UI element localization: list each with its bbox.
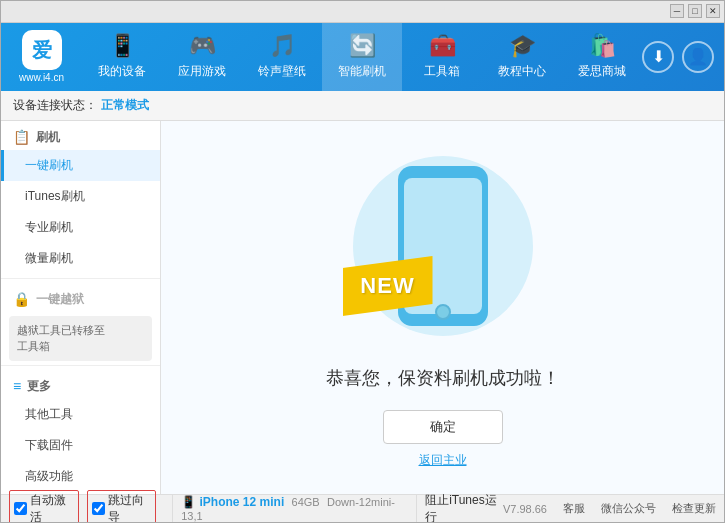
maximize-button[interactable]: □ — [688, 4, 702, 18]
stop-itunes-label: 阻止iTunes运行 — [425, 493, 497, 524]
confirm-button[interactable]: 确定 — [383, 410, 503, 444]
flash-section-icon: 📋 — [13, 129, 30, 145]
sidebar: 📋 刷机 一键刷机 iTunes刷机 专业刷机 微量刷机 🔒 一键越狱 — [1, 121, 161, 494]
confirm-button-label: 确定 — [430, 418, 456, 436]
sidebar-item-download-firmware[interactable]: 下载固件 — [1, 430, 160, 461]
auto-jump-label: 自动激活 — [30, 492, 74, 524]
device-name: iPhone 12 mini — [200, 495, 285, 509]
sidebar-item-pro-flash[interactable]: 专业刷机 — [1, 212, 160, 243]
footer-device-info: 📱 iPhone 12 mini 64GB Down-12mini-13,1 — [172, 495, 400, 523]
toolbox-icon: 🧰 — [429, 33, 456, 59]
divider-1 — [1, 278, 160, 279]
wechat-link[interactable]: 微信公众号 — [601, 501, 656, 516]
header: 爱 www.i4.cn 📱 我的设备 🎮 应用游戏 🎵 铃声壁纸 🔄 智能刷机 — [1, 23, 724, 91]
jailbreak-section-label: 一键越狱 — [36, 291, 84, 308]
nav-smart-flash-label: 智能刷机 — [338, 63, 386, 80]
pro-flash-label: 专业刷机 — [25, 220, 73, 234]
content-area: ✦ NEW ✦ 恭喜您，保资料刷机成功啦！ 确定 返回主业 — [161, 121, 724, 494]
customer-service-link[interactable]: 客服 — [563, 501, 585, 516]
nav-toolbox[interactable]: 🧰 工具箱 — [402, 23, 482, 91]
micro-flash-label: 微量刷机 — [25, 251, 73, 265]
sidebar-section-flash: 📋 刷机 — [1, 121, 160, 150]
jailbreak-section-icon: 🔒 — [13, 291, 30, 307]
download-button[interactable]: ⬇ — [642, 41, 674, 73]
auto-jump-checkbox[interactable]: 自动激活 — [9, 490, 79, 524]
logo[interactable]: 爱 www.i4.cn — [11, 30, 72, 83]
back-link[interactable]: 返回主业 — [419, 452, 467, 469]
sidebar-item-other-tools[interactable]: 其他工具 — [1, 399, 160, 430]
nav-shop-label: 爱思商城 — [578, 63, 626, 80]
apps-games-icon: 🎮 — [189, 33, 216, 59]
nav-shop[interactable]: 🛍️ 爱思商城 — [562, 23, 642, 91]
nav-ringtones-label: 铃声壁纸 — [258, 63, 306, 80]
header-right-buttons: ⬇ 👤 — [642, 41, 714, 73]
status-value: 正常模式 — [101, 97, 149, 114]
logo-icon: 爱 — [22, 30, 62, 70]
nav-my-device[interactable]: 📱 我的设备 — [82, 23, 162, 91]
skip-wizard-checkbox[interactable]: 跳过向导 — [87, 490, 157, 524]
phone-home-button — [435, 304, 451, 320]
skip-wizard-input[interactable] — [92, 502, 105, 515]
jailbreak-notice: 越狱工具已转移至工具箱 — [9, 316, 152, 361]
advanced-label: 高级功能 — [25, 469, 73, 483]
app-window: ─ □ ✕ 爱 www.i4.cn 📱 我的设备 🎮 应用游戏 🎵 铃声壁纸 — [0, 0, 725, 523]
account-button[interactable]: 👤 — [682, 41, 714, 73]
more-section-icon: ≡ — [13, 378, 21, 394]
auto-jump-input[interactable] — [14, 502, 27, 515]
more-section-label: 更多 — [27, 378, 51, 395]
nav-apps-games-label: 应用游戏 — [178, 63, 226, 80]
new-badge: ✦ NEW ✦ — [343, 256, 433, 316]
status-bar: 设备连接状态： 正常模式 — [1, 91, 724, 121]
nav-ringtones[interactable]: 🎵 铃声壁纸 — [242, 23, 322, 91]
sidebar-item-one-click-flash[interactable]: 一键刷机 — [1, 150, 160, 181]
my-device-icon: 📱 — [109, 33, 136, 59]
nav-my-device-label: 我的设备 — [98, 63, 146, 80]
smart-flash-icon: 🔄 — [349, 33, 376, 59]
window-controls: ─ □ ✕ — [670, 4, 720, 18]
hero-container: ✦ NEW ✦ 恭喜您，保资料刷机成功啦！ 确定 返回主业 — [326, 146, 560, 469]
other-tools-label: 其他工具 — [25, 407, 73, 421]
download-firmware-label: 下载固件 — [25, 438, 73, 452]
new-badge-text: NEW — [360, 273, 414, 299]
sidebar-section-jailbreak: 🔒 一键越狱 — [1, 283, 160, 312]
footer: 自动激活 跳过向导 📱 iPhone 12 mini 64GB Down-12m… — [1, 494, 724, 522]
phone-illustration: ✦ NEW ✦ — [343, 146, 543, 346]
nav-bar: 📱 我的设备 🎮 应用游戏 🎵 铃声壁纸 🔄 智能刷机 🧰 工具箱 🎓 — [82, 23, 642, 91]
main-layout: 📋 刷机 一键刷机 iTunes刷机 专业刷机 微量刷机 🔒 一键越狱 — [1, 121, 724, 494]
title-bar: ─ □ ✕ — [1, 1, 724, 23]
tutorial-icon: 🎓 — [509, 33, 536, 59]
flash-section-label: 刷机 — [36, 129, 60, 146]
minimize-button[interactable]: ─ — [670, 4, 684, 18]
check-update-link[interactable]: 检查更新 — [672, 501, 716, 516]
nav-smart-flash[interactable]: 🔄 智能刷机 — [322, 23, 402, 91]
shop-icon: 🛍️ — [589, 33, 616, 59]
device-icon: 📱 — [181, 495, 199, 509]
nav-tutorial-label: 教程中心 — [498, 63, 546, 80]
ringtones-icon: 🎵 — [269, 33, 296, 59]
skip-wizard-label: 跳过向导 — [108, 492, 152, 524]
device-storage: 64GB — [292, 496, 320, 508]
footer-right: V7.98.66 客服 微信公众号 检查更新 — [503, 501, 716, 516]
divider-2 — [1, 365, 160, 366]
sidebar-section-more: ≡ 更多 — [1, 370, 160, 399]
new-ribbon: ✦ NEW ✦ — [343, 256, 433, 316]
itunes-flash-label: iTunes刷机 — [25, 189, 85, 203]
one-click-flash-label: 一键刷机 — [25, 158, 73, 172]
stop-itunes[interactable]: 阻止iTunes运行 — [416, 492, 503, 524]
nav-toolbox-label: 工具箱 — [424, 63, 460, 80]
status-label: 设备连接状态： — [13, 97, 97, 114]
sidebar-item-itunes-flash[interactable]: iTunes刷机 — [1, 181, 160, 212]
version-label: V7.98.66 — [503, 503, 547, 515]
success-message: 恭喜您，保资料刷机成功啦！ — [326, 366, 560, 390]
nav-tutorial[interactable]: 🎓 教程中心 — [482, 23, 562, 91]
nav-apps-games[interactable]: 🎮 应用游戏 — [162, 23, 242, 91]
logo-url: www.i4.cn — [19, 72, 64, 83]
close-button[interactable]: ✕ — [706, 4, 720, 18]
footer-left: 自动激活 跳过向导 📱 iPhone 12 mini 64GB Down-12m… — [9, 490, 503, 524]
sidebar-item-advanced[interactable]: 高级功能 — [1, 461, 160, 492]
sidebar-item-micro-flash[interactable]: 微量刷机 — [1, 243, 160, 274]
